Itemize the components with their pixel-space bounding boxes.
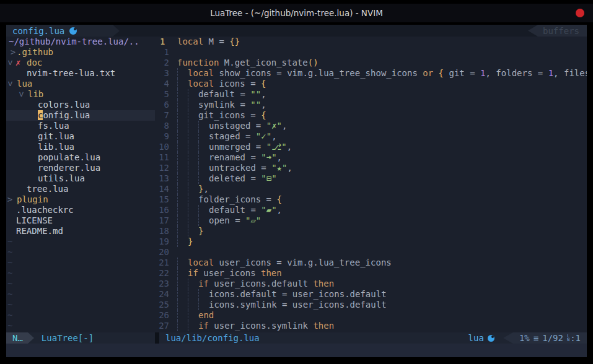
code-text: folder_icons = { <box>177 194 587 205</box>
progress-percent: 1% <box>519 332 530 344</box>
tree-row[interactable]: git.lua <box>6 131 155 142</box>
line-number: 25 <box>155 300 177 310</box>
chevron-down-icon[interactable]: > <box>16 92 27 98</box>
tabline: config.lua buffers <box>6 25 587 37</box>
line-number: 21 <box>155 258 177 268</box>
statusline-editor-window: lua/lib/config.lua lua 1% ≡ 1/92 LN :1 <box>159 332 587 344</box>
tab-label: config.lua <box>12 26 64 36</box>
code-line: 10unmerged = "⎇", <box>155 142 587 152</box>
code-line: 6symlink = "", <box>155 100 587 110</box>
code-line: 5default = "", <box>155 89 587 100</box>
tree-row[interactable]: nvim-tree-lua.txt <box>6 68 155 79</box>
indent-guide <box>177 268 188 279</box>
code-text: icons.default = user_icons.default <box>177 289 587 300</box>
chevron-down-icon[interactable]: > <box>6 60 15 66</box>
code-line: 14}, <box>155 184 587 194</box>
chevron-right-icon[interactable]: > <box>10 47 16 58</box>
command-line[interactable] <box>6 344 587 357</box>
tree-label: populate.lua <box>38 152 100 163</box>
indent-guide <box>188 110 198 121</box>
tree-label: git.lua <box>38 131 74 142</box>
indent-guide <box>177 226 188 236</box>
tree-row[interactable]: >lua <box>6 79 155 89</box>
indent-guide <box>177 279 188 289</box>
tree-row[interactable]: populate.lua <box>6 152 155 163</box>
tree-row[interactable]: utils.lua <box>6 173 155 184</box>
indent-guide <box>188 89 198 100</box>
line-number: 23 <box>155 279 177 289</box>
indent-guide <box>177 194 188 205</box>
code-line: 9staged = "✓", <box>155 131 587 142</box>
indent-guide <box>177 289 188 300</box>
close-button[interactable] <box>576 9 584 17</box>
tree-row[interactable]: fs.lua <box>6 121 155 131</box>
tree-row[interactable]: renderer.lua <box>6 163 155 173</box>
filler-line: ~ <box>6 300 155 310</box>
code-text: } <box>177 236 587 247</box>
line-number: 22 <box>155 268 177 279</box>
git-status-icon: ✗ <box>15 58 20 68</box>
code-text: git_icons = { <box>177 110 587 121</box>
tree-row[interactable]: .luacheckrc <box>6 205 155 215</box>
tree-label: config.lua <box>38 110 90 121</box>
filler-line: ~ <box>6 289 155 300</box>
tree-row[interactable]: config.lua <box>6 110 155 121</box>
indent-guide <box>177 131 188 142</box>
line-number-icon-bottom: N <box>567 338 569 342</box>
indent-guide <box>188 310 198 321</box>
code-text: if user_icons.symlink then <box>177 321 587 331</box>
tree-label: ~ <box>7 300 12 310</box>
tree-label: plugin <box>17 194 48 205</box>
code-text: staged = "✓", <box>177 131 587 142</box>
tree-row[interactable]: ~/github/nvim-tree.lua/.. <box>6 37 155 47</box>
indent-guide <box>188 321 198 331</box>
tree-label: ~ <box>7 236 12 247</box>
code-line: 24icons.default = user_icons.default <box>155 289 587 300</box>
main-area: ~/github/nvim-tree.lua/..>.github>✗docnv… <box>6 37 587 332</box>
tree-row[interactable]: >plugin <box>6 194 155 205</box>
filler-line: ~ <box>6 279 155 289</box>
cursor-location: 1/92 <box>542 332 563 344</box>
tree-label: renderer.lua <box>38 163 100 173</box>
tree-row[interactable]: >lib <box>6 89 155 100</box>
code-line: 1local M = {} <box>155 37 587 47</box>
line-number: 6 <box>155 100 177 110</box>
indent-guide <box>177 173 188 184</box>
tree-row[interactable]: colors.lua <box>6 100 155 110</box>
indent-guide <box>188 173 198 184</box>
indent-guide <box>177 205 188 215</box>
code-line: 23if user_icons.default then <box>155 279 587 289</box>
tree-label: ~ <box>7 258 12 268</box>
code-line: 18} <box>155 226 587 236</box>
code-text: unstaged = "✗", <box>177 121 587 131</box>
code-line: 26end <box>155 310 587 321</box>
chevron-right-icon[interactable]: > <box>7 194 13 205</box>
filler-line: ~ <box>6 258 155 268</box>
tree-row[interactable]: LICENSE <box>6 215 155 226</box>
tree-label: ~ <box>7 289 12 300</box>
tree-row[interactable]: README.md <box>6 226 155 236</box>
buffers-button[interactable]: buffers <box>528 25 587 37</box>
indent-guide <box>198 300 209 310</box>
code-text: unmerged = "⎇", <box>177 142 587 152</box>
tree-label: utils.lua <box>38 173 85 184</box>
tree-row[interactable]: >✗doc <box>6 58 155 68</box>
tree-row[interactable]: tree.lua <box>6 184 155 194</box>
line-number: 20 <box>155 247 177 258</box>
indent-guide <box>198 121 209 131</box>
indent-guide <box>177 258 188 268</box>
code-text: end <box>177 310 587 321</box>
indent-guide <box>198 163 209 173</box>
code-line: 25icons.symlink = user_icons.default <box>155 300 587 310</box>
filler-line: ~ <box>6 236 155 247</box>
code-text: }, <box>177 184 587 194</box>
tab-config-lua[interactable]: config.lua <box>6 25 113 37</box>
indent-guide <box>177 310 188 321</box>
code-line: 1 <box>155 47 587 58</box>
chevron-down-icon[interactable]: > <box>6 81 15 87</box>
tree-row[interactable]: lib.lua <box>6 142 155 152</box>
tree-row[interactable]: >.github <box>6 47 155 58</box>
code-text: if user_icons.default then <box>177 279 587 289</box>
code-line: 16default = "▰", <box>155 205 587 215</box>
filler-line: ~ <box>6 310 155 321</box>
